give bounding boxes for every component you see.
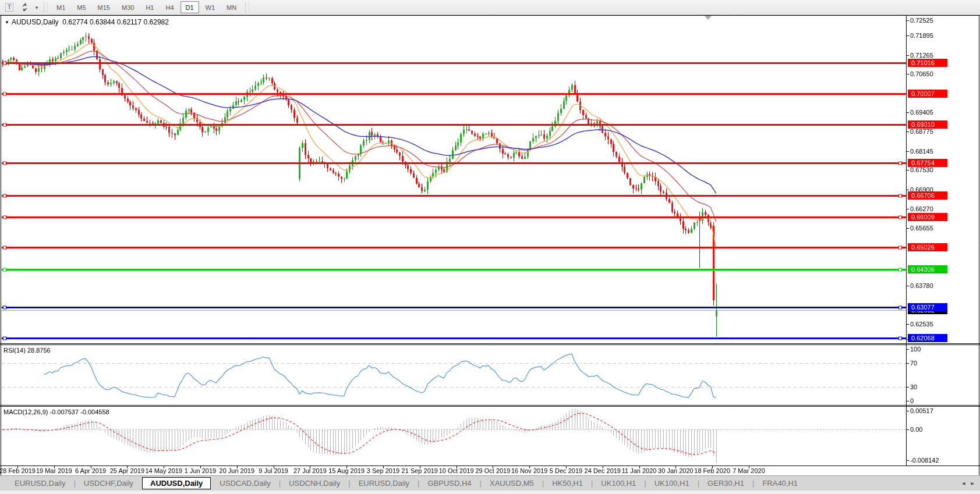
date-label: 10 Oct 2019	[439, 467, 474, 474]
toolbar-separator	[245, 2, 249, 13]
axis-tick-label: 0.63780	[910, 282, 933, 290]
chart-shift-marker-icon[interactable]	[705, 16, 712, 20]
timeframe-button-m30[interactable]: M30	[116, 1, 139, 13]
axis-tick-label: 0.72525	[910, 16, 933, 24]
text-tool-icon: T	[5, 3, 14, 12]
timeframe-button-m15[interactable]: M15	[93, 1, 115, 13]
date-label: 6 Apr 2019	[75, 467, 106, 474]
chart-tab-uk100-h1[interactable]: UK100,H1	[647, 477, 697, 489]
axis-tick-label: 0	[910, 397, 914, 405]
chart-tab-bar: EURUSD,Daily|USDCHF,DailyAUDUSD,DailyUSD…	[0, 475, 980, 490]
chart-tab-fra40-h1[interactable]: FRA40,H1	[755, 477, 805, 489]
axis-tick-label: 100	[910, 345, 921, 353]
chart-tab-uk100-h1[interactable]: UK100,H1	[593, 477, 643, 489]
tab-scroll-left-icon[interactable]: ◂	[962, 479, 965, 487]
rsi-indicator-label: RSI(14) 28.8756	[3, 347, 51, 354]
axis-tick-label: 0.68145	[910, 147, 933, 155]
tab-scroll-right-icon[interactable]: ▸	[971, 479, 974, 487]
date-label: 16 Nov 2019	[511, 467, 547, 474]
date-label: 25 Apr 2019	[110, 467, 144, 474]
hline-price-label: 0.66706	[908, 191, 947, 200]
chart-tab-hk50-h1[interactable]: HK50,H1	[544, 477, 590, 489]
axis-tick-label: 0.00	[910, 425, 922, 433]
title-dropdown-icon[interactable]: ▼	[5, 20, 9, 25]
axis-tick-label: 0.00517	[910, 407, 933, 415]
hline-price-label: 0.65026	[908, 243, 947, 251]
chevron-down-icon: ▾	[36, 5, 38, 10]
date-label: 21 Sep 2019	[402, 467, 438, 474]
axis-tick-label: -0.008142	[910, 456, 939, 464]
axis-tick-label: 30	[910, 383, 917, 391]
hline-price-label: 0.69010	[908, 120, 947, 129]
chart-tab-eurusd-daily[interactable]: EURUSD,Daily	[351, 477, 417, 489]
hline-price-label: 0.70007	[908, 90, 947, 98]
date-label: 5 Dec 2019	[550, 467, 582, 474]
timeframe-button-d1[interactable]: D1	[181, 1, 199, 13]
hline-price-label: 0.64306	[908, 265, 947, 273]
chart-tab-audusd-daily[interactable]: AUDUSD,Daily	[142, 477, 211, 489]
axis-tick-label: 0.66270	[910, 205, 933, 213]
hline-price-label: 0.63077	[908, 303, 947, 311]
chart-symbol-period: AUDUSD,Daily	[12, 18, 59, 26]
axis-tick-label: 0.71895	[910, 31, 933, 40]
date-label: 20 Jun 2019	[220, 467, 255, 474]
tab-scroll-arrows: ◂ ▸	[962, 476, 974, 491]
diagonal-arrows-icon	[20, 3, 29, 12]
date-label: 28 Feb 2019	[0, 467, 36, 474]
diagonal-arrows-button[interactable]	[17, 1, 31, 14]
axis-tick-label: 0.65655	[910, 224, 933, 232]
axis-tick-label: 0.70650	[910, 70, 933, 78]
date-label: 1 Jun 2019	[185, 467, 216, 474]
date-label: 3 Sep 2019	[367, 467, 399, 474]
date-label: 24 Dec 2019	[585, 467, 621, 474]
price-chart-canvas[interactable]	[0, 0, 980, 494]
date-label: 11 Jan 2020	[622, 467, 657, 474]
chart-title: ▼AUDUSD,Daily 0.62774 0.63844 0.62117 0.…	[5, 18, 169, 26]
timeframe-button-m1[interactable]: M1	[51, 1, 70, 13]
timeframe-button-w1[interactable]: W1	[200, 1, 221, 13]
date-label: 29 Oct 2019	[475, 467, 510, 474]
axis-tick-label: 0.68775	[910, 127, 933, 136]
date-label: 7 Mar 2020	[733, 467, 765, 474]
hline-price-label: 0.66009	[908, 213, 947, 221]
date-label: 30 Jan 2020	[658, 467, 694, 474]
axis-tick-label: 70	[910, 359, 917, 367]
macd-indicator-label: MACD(12,26,9) -0.007537 -0.004558	[3, 408, 109, 415]
chart-tab-ger30-h1[interactable]: GER30,H1	[700, 477, 752, 489]
date-label: 19 Mar 2019	[36, 467, 72, 474]
date-label: 9 Jul 2019	[259, 467, 288, 474]
chart-tab-eurusd-daily[interactable]: EURUSD,Daily	[7, 477, 73, 489]
toolbar: T ▾ M1M5M15M30H1H4D1W1MN	[0, 0, 980, 15]
date-label: 15 Aug 2019	[328, 467, 365, 474]
date-label: 18 Feb 2020	[694, 467, 730, 474]
chart-tab-usdcad-daily[interactable]: USDCAD,Daily	[212, 477, 278, 489]
axis-tick-label: 0.62535	[910, 320, 933, 328]
chart-ohlc-values: 0.62774 0.63844 0.62117 0.62982	[62, 18, 169, 26]
chart-tab-gbpusd-h4[interactable]: GBPUSD,H4	[420, 477, 479, 489]
timeframe-button-h4[interactable]: H4	[160, 1, 179, 13]
axis-tick-label: 0.71265	[910, 51, 933, 59]
timeframe-button-group: M1M5M15M30H1H4D1W1MN	[51, 1, 242, 13]
chart-tab-usdcnh-daily[interactable]: USDCNH,Daily	[281, 477, 348, 489]
toolbar-separator	[44, 2, 48, 13]
axis-tick-label: 0.69405	[910, 108, 933, 116]
chart-tabs: EURUSD,Daily|USDCHF,DailyAUDUSD,DailyUSD…	[7, 477, 805, 489]
timeframe-button-m5[interactable]: M5	[72, 1, 91, 13]
text-tool-button[interactable]: T	[2, 1, 16, 14]
hline-price-label: 0.67754	[908, 159, 947, 167]
hline-price-label: 0.71016	[908, 59, 947, 67]
mt4-window: T ▾ M1M5M15M30H1H4D1W1MN ▼AUDUSD,Daily 0…	[0, 0, 980, 494]
status-bar	[0, 490, 980, 494]
chart-tab-xauusd-m5[interactable]: XAUUSD,M5	[482, 477, 542, 489]
timeframe-button-h1[interactable]: H1	[140, 1, 159, 13]
date-label: 27 Jul 2019	[293, 467, 327, 474]
toolbar-dropdown-button[interactable]: ▾	[33, 1, 41, 14]
timeframe-button-mn[interactable]: MN	[221, 1, 242, 13]
date-label: 14 May 2019	[145, 467, 182, 474]
chart-tab-usdchf-daily[interactable]: USDCHF,Daily	[76, 477, 141, 489]
hline-price-label: 0.62068	[908, 334, 947, 342]
